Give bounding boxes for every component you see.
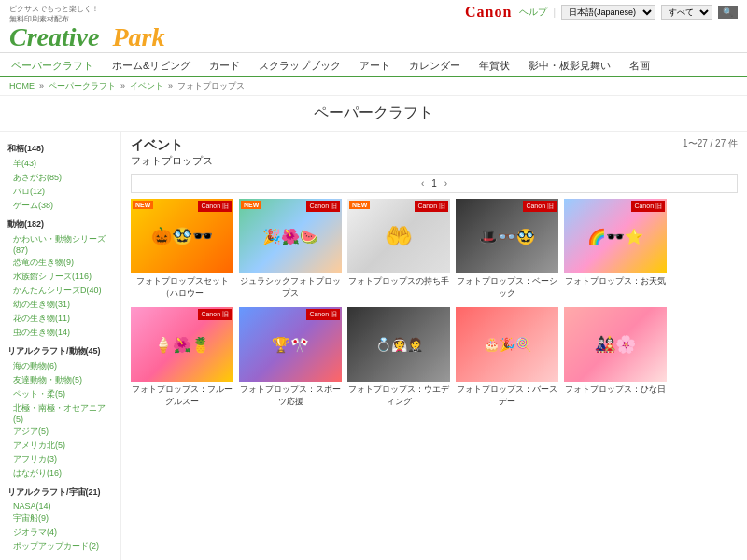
nav-item-calendar[interactable]: カレンダー bbox=[407, 56, 462, 76]
product-card-sports[interactable]: Canon 旧 フォトプロップス：スポーツ応援 bbox=[239, 307, 342, 408]
canon-badge: Canon 旧 bbox=[523, 201, 557, 212]
sidebar-item-hitsuji[interactable]: 羊(43) bbox=[7, 157, 113, 171]
sidebar-item-game[interactable]: ゲーム(38) bbox=[7, 199, 113, 213]
product-image-sports: Canon 旧 bbox=[239, 307, 342, 382]
product-name-fruit: フォトプロップス：フルーグルスー bbox=[131, 384, 233, 408]
category-select[interactable]: すべて bbox=[661, 5, 712, 20]
product-card-fruit[interactable]: Canon 旧 フォトプロップス：フルーグルスー bbox=[131, 307, 233, 408]
separator: | bbox=[553, 7, 556, 18]
sidebar-item-friend-animal[interactable]: 友達動物・動物(5) bbox=[7, 373, 113, 387]
content-header: イベント フォトプロップス 1〜27 / 27 件 bbox=[131, 137, 738, 172]
page-number: 1 bbox=[431, 178, 437, 189]
new-badge: NEW bbox=[241, 201, 261, 209]
nav-item-home[interactable]: ホーム&リビング bbox=[110, 56, 192, 76]
canon-logo: Canon bbox=[465, 4, 512, 21]
product-name-hina: フォトプロップス：ひな日 bbox=[564, 384, 667, 396]
canon-badge: Canon 旧 bbox=[306, 309, 340, 320]
product-image-sky: Canon 旧 bbox=[564, 199, 667, 273]
sidebar-cat-real-animal: リアルクラフト/動物(45) bbox=[7, 345, 113, 357]
breadcrumb-event[interactable]: イベント bbox=[130, 81, 163, 91]
canon-badge: Canon 旧 bbox=[306, 201, 340, 212]
product-image-hina bbox=[564, 307, 667, 382]
sidebar-item-polar[interactable]: 北極・南極・オセアニア(5) bbox=[7, 401, 113, 425]
product-name-jurassic: ジュラシックフォトプロップス bbox=[239, 275, 342, 300]
sidebar-item-cute-animal[interactable]: かわいい・動物シリーズ(87) bbox=[7, 232, 113, 256]
new-badge: NEW bbox=[133, 201, 153, 209]
sidebar-item-dinosaur[interactable]: 恐竜の生き物(9) bbox=[7, 256, 113, 270]
sidebar-cat-animal: 動物(182) bbox=[7, 218, 113, 231]
product-name-wedding: フォトプロップス：ウエディング bbox=[347, 384, 450, 408]
next-page-button[interactable]: › bbox=[441, 177, 451, 189]
product-card-jurassic[interactable]: NEW Canon 旧 ジュラシックフォトプロップス bbox=[239, 199, 342, 300]
nav-item-meiga[interactable]: 名画 bbox=[627, 56, 652, 76]
product-image-jurassic: NEW Canon 旧 bbox=[239, 199, 342, 273]
nav-item-nengajo[interactable]: 年賀状 bbox=[477, 56, 512, 76]
help-link[interactable]: ヘルプ bbox=[519, 6, 547, 19]
prev-page-button[interactable]: ‹ bbox=[417, 177, 428, 189]
product-card-halloween[interactable]: NEW Canon 旧 フォトプロップスセット（ハロウー bbox=[131, 199, 233, 300]
canon-badge: Canon 旧 bbox=[631, 201, 665, 212]
breadcrumb: HOME » ペーパークラフト » イベント » フォトプロップス bbox=[0, 77, 747, 96]
lang-select[interactable]: 日本語(Japanese) bbox=[561, 5, 655, 20]
canon-badge: Canon 旧 bbox=[198, 309, 232, 320]
nav-item-mimai[interactable]: 影中・板影見舞い bbox=[527, 56, 613, 76]
sidebar-item-kantan[interactable]: かんたんシリーズD(40) bbox=[7, 284, 113, 298]
product-name-holding: フォトプロップスの持ち手 bbox=[347, 275, 450, 287]
product-name-sports: フォトプロップス：スポーツ応援 bbox=[239, 384, 342, 408]
breadcrumb-home[interactable]: HOME bbox=[9, 81, 35, 91]
pagination-top: ‹ 1 › bbox=[131, 174, 738, 193]
logo[interactable]: Creative Park bbox=[9, 24, 164, 50]
sidebar-item-hanagari[interactable]: はながり(16) bbox=[7, 467, 113, 481]
canon-badge: Canon 旧 bbox=[198, 201, 232, 212]
breadcrumb-photoprops: フォトプロップス bbox=[177, 81, 245, 91]
product-image-halloween: NEW Canon 旧 bbox=[131, 199, 233, 273]
sidebar-item-asia[interactable]: アジア(5) bbox=[7, 425, 113, 439]
product-card-holding[interactable]: NEW Canon 旧 フォトプロップスの持ち手 bbox=[347, 199, 450, 300]
sidebar-item-sea[interactable]: 海の動物(6) bbox=[7, 359, 113, 373]
content-area: イベント フォトプロップス 1〜27 / 27 件 ‹ 1 › NEW Cano… bbox=[121, 132, 747, 560]
header-right: Canon ヘルプ | 日本語(Japanese) すべて 🔍 bbox=[465, 4, 738, 21]
product-card-birthday[interactable]: フォトプロップス：バースデー bbox=[456, 307, 558, 408]
product-row-2: Canon 旧 フォトプロップス：フルーグルスー Canon 旧 フォトプロップ… bbox=[131, 307, 738, 408]
breadcrumb-papercraft[interactable]: ペーパークラフト bbox=[49, 81, 116, 91]
sidebar-item-flower-animal[interactable]: 花の生き物(11) bbox=[7, 312, 113, 326]
sidebar-item-nasa[interactable]: NASA(14) bbox=[7, 500, 113, 511]
sidebar-item-africa[interactable]: アフリカ(3) bbox=[7, 453, 113, 467]
product-image-wedding bbox=[347, 307, 450, 382]
sidebar-item-aquarium[interactable]: 水族館シリーズ(116) bbox=[7, 270, 113, 284]
product-card-sky[interactable]: Canon 旧 フォトプロップス：お天気 bbox=[564, 199, 667, 300]
logo-area: ピクサスでもっと楽しく！ 無料印刷素材配布 Creative Park bbox=[9, 4, 164, 50]
header: ピクサスでもっと楽しく！ 無料印刷素材配布 Creative Park Cano… bbox=[0, 0, 747, 53]
logo-second: Park bbox=[112, 22, 164, 51]
sidebar-cat-wagarа: 和柄(148) bbox=[7, 143, 113, 155]
product-name-basic: フォトプロップス：ベーシック bbox=[456, 275, 558, 300]
nav-item-papercraft[interactable]: ペーパークラフト bbox=[9, 56, 95, 77]
product-name-sky: フォトプロップス：お天気 bbox=[564, 275, 667, 287]
main-content: 和柄(148) 羊(43) あさがお(85) パロ(12) ゲーム(38) 動物… bbox=[0, 132, 747, 560]
search-button[interactable]: 🔍 bbox=[718, 6, 738, 19]
sidebar-item-paro[interactable]: パロ(12) bbox=[7, 185, 113, 199]
sidebar-item-popup[interactable]: ポップアップカード(2) bbox=[7, 539, 113, 553]
sidebar-item-young[interactable]: 幼の生き物(31) bbox=[7, 298, 113, 312]
nav-item-art[interactable]: アート bbox=[358, 56, 392, 76]
nav-item-scrapbook[interactable]: スクラップブック bbox=[257, 56, 343, 76]
canon-badge: Canon 旧 bbox=[415, 201, 448, 212]
nav-item-card[interactable]: カード bbox=[207, 56, 242, 76]
sidebar-item-diorama[interactable]: ジオラマ(4) bbox=[7, 525, 113, 539]
product-card-basic[interactable]: Canon 旧 フォトプロップス：ベーシック bbox=[456, 199, 558, 300]
product-image-birthday bbox=[456, 307, 558, 382]
product-card-hina[interactable]: フォトプロップス：ひな日 bbox=[564, 307, 667, 408]
section-title: イベント bbox=[131, 137, 213, 154]
product-image-holding: NEW Canon 旧 bbox=[347, 199, 450, 273]
product-image-basic: Canon 旧 bbox=[456, 199, 558, 273]
sidebar-item-pet[interactable]: ペット・柔(5) bbox=[7, 387, 113, 401]
product-name-halloween: フォトプロップスセット（ハロウー bbox=[131, 275, 233, 300]
sidebar-item-america[interactable]: アメリカ北(5) bbox=[7, 439, 113, 453]
product-card-wedding[interactable]: フォトプロップス：ウエディング bbox=[347, 307, 450, 408]
new-badge: NEW bbox=[349, 201, 370, 209]
sidebar-item-spaceship[interactable]: 宇宙船(9) bbox=[7, 511, 113, 525]
sidebar-item-asagao[interactable]: あさがお(85) bbox=[7, 171, 113, 185]
sidebar-item-insect[interactable]: 虫の生き物(14) bbox=[7, 326, 113, 340]
product-name-birthday: フォトプロップス：バースデー bbox=[456, 384, 558, 408]
sub-section: フォトプロップス bbox=[131, 154, 213, 168]
